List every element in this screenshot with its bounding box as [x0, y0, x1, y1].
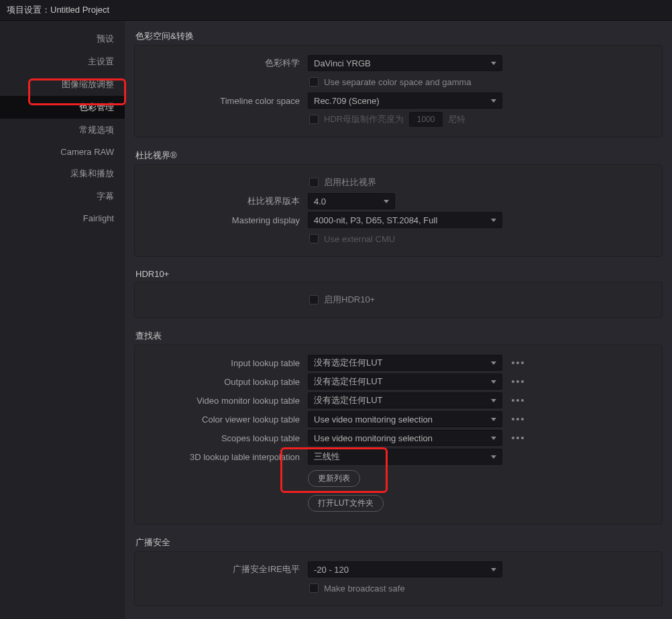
label-scopes-lut: Scopes lookup table [142, 433, 308, 443]
sidebar-item-image-scaling[interactable]: 图像缩放调整 [0, 73, 125, 96]
label-color-viewer-lut: Color viewer lookup table [142, 414, 308, 425]
more-input-lut[interactable] [512, 361, 524, 364]
sidebar: 预设 主设置 图像缩放调整 色彩管理 常规选项 Camera RAW 采集和播放… [0, 21, 125, 619]
section-dolby: 启用杜比视界 杜比视界版本 4.0 Mastering display 4000… [134, 164, 663, 257]
select-output-lut[interactable]: 没有选定任何LUT [308, 374, 502, 390]
label-external-cmu: Use external CMU [324, 234, 395, 244]
label-3d-interp: 3D lookup lable interpolation [142, 452, 308, 462]
label-ire: 广播安全IRE电平 [142, 563, 308, 575]
checkbox-external-cmu[interactable] [309, 234, 319, 243]
section-broadcast: 广播安全IRE电平 -20 - 120 Make broadcast safe [134, 551, 663, 606]
open-lut-folder-button[interactable]: 打开LUT文件夹 [308, 495, 384, 512]
section-title-broadcast: 广播安全 [135, 537, 663, 549]
more-color-viewer-lut[interactable] [512, 418, 524, 420]
select-scopes-lut[interactable]: Use video monitoring selection [308, 430, 502, 446]
sidebar-item-fairlight[interactable]: Fairlight [0, 208, 125, 229]
select-mastering-display[interactable]: 4000-nit, P3, D65, ST.2084, Full [308, 212, 502, 228]
refresh-list-button[interactable]: 更新列表 [308, 470, 360, 487]
sidebar-item-capture-playback[interactable]: 采集和播放 [0, 162, 125, 185]
label-enable-hdr10: 启用HDR10+ [324, 294, 375, 306]
section-lut: Input lookup table 没有选定任何LUT Output look… [134, 345, 663, 524]
label-mastering-display: Mastering display [142, 215, 308, 225]
section-title-dolby: 杜比视界® [135, 150, 663, 162]
more-scopes-lut[interactable] [512, 437, 524, 439]
checkbox-enable-hdr10[interactable] [309, 295, 319, 304]
sidebar-item-subtitles[interactable]: 字幕 [0, 185, 125, 208]
select-color-science[interactable]: DaVinci YRGB [308, 55, 502, 71]
more-video-monitor-lut[interactable] [512, 399, 524, 402]
section-title-lut: 查找表 [135, 330, 663, 342]
label-video-monitor-lut: Video monitor lookup table [142, 396, 308, 406]
select-3d-interp[interactable]: 三线性 [308, 449, 502, 465]
label-hdr-master: HDR母版制作亮度为 [324, 113, 404, 125]
sidebar-item-camera-raw[interactable]: Camera RAW [0, 142, 125, 162]
label-nits-unit: 尼特 [448, 113, 465, 125]
label-make-safe: Make broadcast safe [324, 583, 405, 594]
checkbox-enable-dolby[interactable] [309, 178, 319, 187]
select-video-monitor-lut[interactable]: 没有选定任何LUT [308, 392, 502, 408]
select-input-lut[interactable]: 没有选定任何LUT [308, 355, 502, 371]
sidebar-item-preset[interactable]: 预设 [0, 27, 125, 50]
select-color-viewer-lut[interactable]: Use video monitoring selection [308, 411, 502, 427]
sidebar-item-main-settings[interactable]: 主设置 [0, 50, 125, 73]
label-color-science: 色彩科学 [142, 57, 308, 69]
label-input-lut: Input lookup table [142, 358, 308, 368]
label-timeline-cs: Timeline color space [142, 96, 308, 106]
label-output-lut: Output lookup table [142, 377, 308, 387]
label-dolby-version: 杜比视界版本 [142, 195, 308, 207]
sidebar-item-general[interactable]: 常规选项 [0, 119, 125, 142]
input-hdr-nits[interactable] [409, 112, 443, 127]
section-title-hdr10: HDR10+ [135, 269, 663, 279]
main-panel: 色彩空间&转换 色彩科学 DaVinci YRGB Use separate c… [125, 21, 672, 619]
select-timeline-cs[interactable]: Rec.709 (Scene) [308, 93, 502, 109]
label-enable-dolby: 启用杜比视界 [324, 176, 376, 188]
checkbox-separate-color[interactable] [309, 77, 319, 87]
select-dolby-version[interactable]: 4.0 [308, 193, 395, 209]
window-title: 项目设置：Untitled Project [7, 5, 109, 15]
sidebar-item-color-management[interactable]: 色彩管理 [0, 96, 125, 119]
checkbox-hdr-master[interactable] [309, 115, 319, 124]
section-colorspace: 色彩科学 DaVinci YRGB Use separate color spa… [134, 45, 663, 137]
checkbox-make-safe[interactable] [309, 583, 319, 593]
select-ire[interactable]: -20 - 120 [308, 561, 502, 577]
section-title-colorspace: 色彩空间&转换 [135, 30, 663, 42]
more-output-lut[interactable] [512, 380, 524, 383]
label-separate-color: Use separate color space and gamma [324, 77, 471, 87]
title-bar: 项目设置：Untitled Project [0, 0, 672, 21]
section-hdr10: 启用HDR10+ [134, 282, 663, 318]
